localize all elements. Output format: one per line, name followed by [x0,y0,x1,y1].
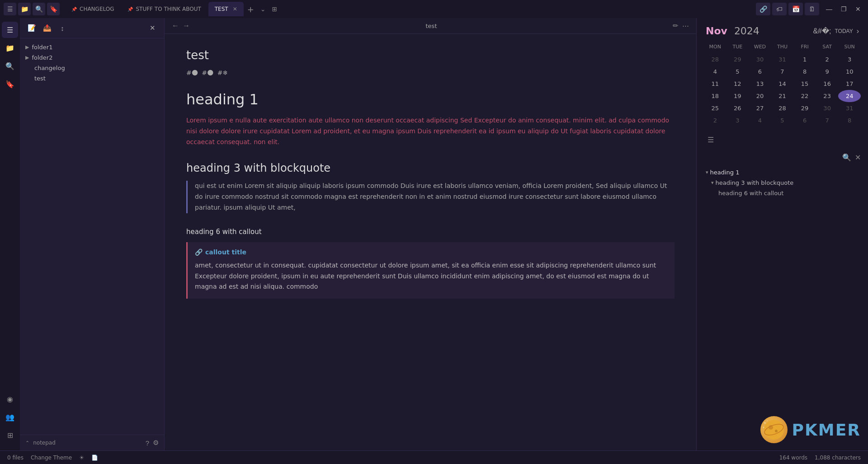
cal-day-3-1[interactable]: 19 [726,90,749,102]
cal-day-0-1[interactable]: 29 [726,53,749,66]
add-tab-btn[interactable]: + [245,5,257,14]
folder-item-folder2[interactable]: ▶ folder2 [20,52,164,63]
settings-btn[interactable]: ⚙ [153,439,159,447]
outline-item-h1[interactable]: ▾ heading 1 [702,167,863,178]
cal-day-4-5[interactable]: 30 [816,102,839,114]
icon-files-btn[interactable]: 📁 [2,40,18,56]
tab-close-icon[interactable]: ✕ [233,6,237,12]
cal-day-0-6[interactable]: 3 [838,53,861,66]
heading-6: heading 6 with callout [186,228,675,236]
icon-people-btn[interactable]: 👥 [2,409,18,425]
cal-day-0-3[interactable]: 31 [771,53,794,66]
cal-day-5-1[interactable]: 3 [726,114,749,127]
editor-body[interactable]: test #🌑 #🌑 #❄️ heading 1 Lorem ipsum e n… [165,34,696,450]
cal-day-5-0[interactable]: 2 [704,114,726,127]
sort-btn[interactable]: ↕ [56,22,69,34]
outline-item-h3[interactable]: ▾ heading 3 with blockquote [702,178,863,188]
icon-search-btn[interactable]: 🔍 [2,58,18,74]
cal-day-3-0[interactable]: 18 [704,90,726,102]
cal-day-1-5[interactable]: 9 [816,66,839,78]
cal-next-btn[interactable]: › [857,27,859,35]
close-sidebar-btn[interactable]: ✕ [146,22,159,34]
cal-day-4-6[interactable]: 31 [838,102,861,114]
tab-layout-btn[interactable]: ⊞ [269,5,280,13]
cal-day-4-4[interactable]: 29 [793,102,816,114]
cal-day-2-0[interactable]: 11 [704,78,726,90]
more-btn[interactable]: ⋯ [682,22,689,30]
cal-day-5-5[interactable]: 7 [816,114,839,127]
bookmarks-btn[interactable]: 🔖 [47,3,60,15]
icon-graph-btn[interactable]: ◉ [2,391,18,407]
change-theme-btn[interactable]: Change Theme [31,455,72,461]
cal-day-2-3[interactable]: 14 [771,78,794,90]
file-item-test[interactable]: test [20,73,164,84]
icon-grid-btn[interactable]: ⊞ [2,427,18,443]
cal-today-btn[interactable]: TODAY [831,27,856,35]
cal-day-1-1[interactable]: 5 [726,66,749,78]
new-note-btn[interactable]: 📝 [25,22,38,34]
cal-day-2-6[interactable]: 17 [838,78,861,90]
folder-item-folder1[interactable]: ▶ folder1 [20,42,164,52]
tag-3[interactable]: #❄️ [217,69,228,76]
cal-day-0-0[interactable]: 28 [704,53,726,66]
outline-close-btn[interactable]: ✕ [855,153,861,162]
cal-day-4-1[interactable]: 26 [726,102,749,114]
word-count: 164 words [779,455,807,461]
calendar-btn[interactable]: 📅 [788,3,803,15]
cal-day-2-2[interactable]: 13 [749,78,771,90]
cal-day-0-4[interactable]: 1 [793,53,816,66]
pkmer-branding: PKMER [697,409,868,450]
cal-prev-btn[interactable]: &#�; [813,27,831,35]
cal-day-3-6[interactable]: 24 [838,90,861,102]
edit-btn[interactable]: ✏ [673,22,679,30]
tag-1[interactable]: #🌑 [186,69,198,76]
link-btn[interactable]: 🔗 [756,3,770,15]
cal-day-3-4[interactable]: 22 [793,90,816,102]
outline-item-h6[interactable]: heading 6 with callout [702,188,863,198]
cal-day-4-3[interactable]: 28 [771,102,794,114]
tab-overflow-btn[interactable]: ⌄ [258,5,269,13]
back-btn[interactable]: ← [172,22,179,30]
cal-day-5-4[interactable]: 6 [793,114,816,127]
cal-day-4-0[interactable]: 25 [704,102,726,114]
help-btn[interactable]: ? [146,439,149,447]
tab-stuff[interactable]: 📌 STUFF TO THINK ABOUT [121,2,207,16]
cal-day-0-5[interactable]: 2 [816,53,839,66]
icon-bookmarks-btn[interactable]: 🔖 [2,76,18,92]
cal-day-3-5[interactable]: 23 [816,90,839,102]
tag-2[interactable]: #🌑 [202,69,213,76]
cal-day-3-2[interactable]: 20 [749,90,771,102]
cal-day-2-1[interactable]: 12 [726,78,749,90]
cal-day-5-2[interactable]: 4 [749,114,771,127]
calendar-year: 2024 [734,25,760,37]
cal-day-2-4[interactable]: 15 [793,78,816,90]
file-item-changelog[interactable]: changelog [20,63,164,73]
cal-day-0-2[interactable]: 30 [749,53,771,66]
maximize-btn[interactable]: ❐ [837,3,850,15]
cal-day-1-2[interactable]: 6 [749,66,771,78]
minimize-btn[interactable]: — [823,3,835,15]
outline-search-btn[interactable]: 🔍 [842,153,851,162]
files-btn[interactable]: 📁 [18,3,31,15]
cal-day-5-3[interactable]: 5 [771,114,794,127]
tab-test[interactable]: TEST ✕ [208,2,244,16]
sidebar-toggle-btn[interactable]: ☰ [4,3,16,15]
cal-day-1-3[interactable]: 7 [771,66,794,78]
close-btn[interactable]: ✕ [852,3,864,15]
cal-day-1-4[interactable]: 8 [793,66,816,78]
cal-day-5-6[interactable]: 8 [838,114,861,127]
cal-day-1-0[interactable]: 4 [704,66,726,78]
cal-list-view-btn[interactable]: ☰ [704,134,717,146]
cal-day-1-6[interactable]: 10 [838,66,861,78]
search-btn[interactable]: 🔍 [33,3,45,15]
cal-day-2-5[interactable]: 16 [816,78,839,90]
tags-btn[interactable]: 🏷 [772,3,787,15]
icon-sidebar-btn[interactable]: ☰ [2,22,18,38]
clock-btn[interactable]: 🗓 [805,3,819,15]
export-btn[interactable]: 📤 [41,22,53,34]
cal-day-3-3[interactable]: 21 [771,90,794,102]
tab-changelog[interactable]: 📌 CHANGELOG [65,2,120,16]
forward-btn[interactable]: → [183,22,190,30]
cal-day-4-2[interactable]: 27 [749,102,771,114]
calendar-weeks: 2829303112345678910111213141516171819202… [704,53,861,127]
